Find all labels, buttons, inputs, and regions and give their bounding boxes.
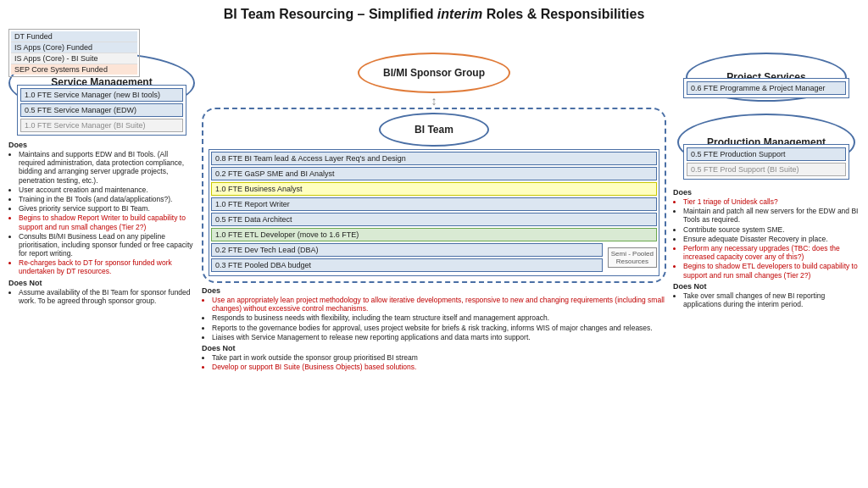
bi-does: Does Use an appropriately lean project m… [202,286,666,371]
bi-does-not-list: Take part in work outside the sponsor gr… [202,353,666,371]
center-section: BI/MI Sponsor Group ↕ BI Team 0.8 FTE BI… [202,53,666,372]
bi-box-5: 0.5 FTE Data Architect [211,213,657,226]
bi-pooled-label: Semi - PooledResources [608,247,657,268]
pm-does-item: Maintain and patch all new servers for t… [683,207,860,224]
page-title: BI Team Resourcing – Simplified interim … [8,7,860,22]
pm-does-item-red: Tier 1 triage of Unidesk calls? [683,197,860,206]
sponsor-group-label: BI/MI Sponsor Group [383,67,485,79]
pm-does-not-item: Take over small changes of new BI report… [683,291,860,308]
sm-does-item: Maintains and supports EDW and BI Tools.… [19,150,195,185]
pm-does-item: Ensure adequate Disaster Recovery in pla… [683,235,860,243]
bi-does-item: Liaises with Service Management to relea… [212,333,666,341]
bi-does-list: Use an appropriately lean project method… [202,296,666,341]
bi-does-item: Reports to the governance bodies for app… [212,324,666,332]
pm-does-item-red: Perform any necessary upgrades (TBC: doe… [683,244,860,261]
right-section: Project Services 0.6 FTE Programme & Pro… [673,53,860,309]
sm-does-item-red: Re-charges back to DT for sponsor funded… [19,258,195,275]
bi-box-3: 1.0 FTE Business Analyst [211,182,657,196]
pm-does-not-header: Does Not [673,282,860,291]
sm-does-item: User account creation and maintenance. [19,186,195,194]
bi-does-not-item: Take part in work outside the sponsor gr… [212,353,666,362]
project-services-box: 0.6 FTE Programme & Project Manager [683,78,849,98]
pm-does-not-list: Take over small changes of new BI report… [673,291,860,308]
bi-box-8: 0.3 FTE Pooled DBA budget [211,258,603,272]
sm-does: Does Maintains and supports EDW and BI T… [8,141,195,305]
bi-box-7: 0.2 FTE Dev Tech Lead (DBA) [211,243,603,257]
bi-does-not-item-red: Develop or support BI Suite (Business Ob… [212,363,666,371]
pm-does-item: Contribute source system SME. [683,225,860,234]
legend-item-sep: SEP Core Systems Funded [11,64,137,75]
bi-does-item: Responds to business needs with flexibil… [212,313,666,322]
legend-item-is-suite: IS Apps (Core) - BI Suite [11,53,137,64]
pm-does-list: Tier 1 triage of Unidesk calls? Maintain… [673,197,860,280]
sm-does-list: Maintains and supports EDW and BI Tools.… [8,150,195,276]
sm-does-item: Gives priority service support to BI Tea… [19,204,195,213]
production-management-boxes: 0.5 FTE Production Support 0.5 FTE Prod … [683,144,849,180]
ps-box-1: 0.6 FTE Programme & Project Manager [687,81,846,95]
arrow-down-1: ↕ [202,95,666,107]
sm-does-item-red: Begins to shadow Report Writer to build … [19,214,195,230]
bi-does-header: Does [202,286,666,295]
bi-team-title: BI Team [415,124,453,136]
bi-team-area: BI Team 0.8 FTE BI Team lead & Access La… [202,108,666,283]
sm-box-3: 1.0 FTE Service Manager (BI Suite) [20,119,183,132]
legend-item-is-core: IS Apps (Core) Funded [11,42,137,53]
service-management-section: Service Management 1.0 FTE Service Manag… [8,53,195,306]
bi-box-2: 0.2 FTE GaSP SME and BI Analyst [211,167,657,180]
sm-does-not-header: Does Not [8,279,195,287]
pm-box-1: 0.5 FTE Production Support [687,147,846,161]
sm-does-item: Training in the BI Tools (and data/appli… [19,195,195,203]
bi-box-4: 1.0 FTE Report Writer [211,197,657,211]
pm-does: Does Tier 1 triage of Unidesk calls? Mai… [673,188,860,308]
bi-team-boxes: 0.8 FTE BI Team lead & Access Layer Req'… [209,149,659,276]
sm-does-not-list: Assume availability of the BI Team for s… [8,288,195,305]
legend: DT Funded IS Apps (Core) Funded IS Apps … [8,29,140,77]
sm-does-header: Does [8,141,195,149]
sm-does-item: Consults BI/MI Business Lead on any pipe… [19,232,195,258]
sm-does-not-item: Assume availability of the BI Team for s… [19,288,195,305]
bi-box-6: 1.0 FTE ETL Developer (move to 1.6 FTE) [211,228,657,241]
sm-box-1: 1.0 FTE Service Manager (new BI tools) [20,88,183,102]
pm-box-2: 0.5 FTE Prod Support (BI Suite) [687,163,846,176]
legend-item-dt: DT Funded [11,31,137,42]
pm-does-item-red: Begins to shadow ETL developers to build… [683,262,860,279]
pm-does-header: Does [673,188,860,197]
sm-box-2: 0.5 FTE Service Manager (EDW) [20,103,183,117]
bi-does-item-red: Use an appropriately lean project method… [212,296,666,313]
bi-semi-pooled-row: 0.2 FTE Dev Tech Lead (DBA) 0.3 FTE Pool… [211,243,657,272]
bi-does-not-header: Does Not [202,344,666,352]
bi-box-1: 0.8 FTE BI Team lead & Access Layer Req'… [211,152,657,165]
